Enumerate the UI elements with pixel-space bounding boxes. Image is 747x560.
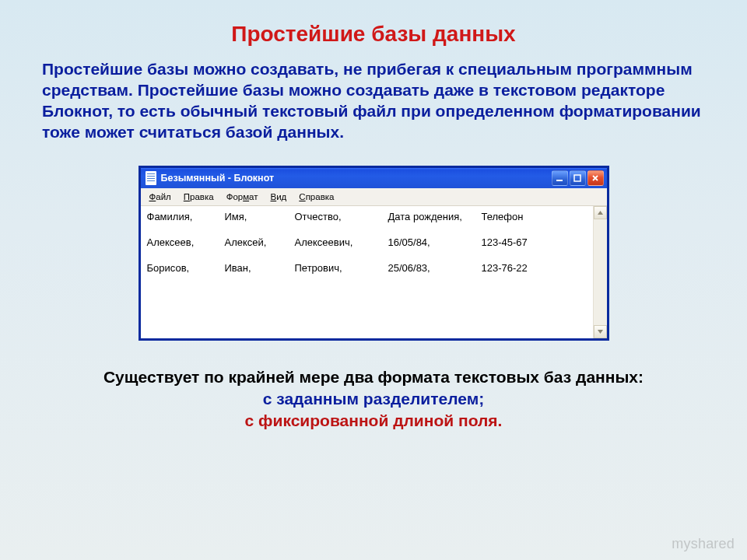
- data-row: Алексеев, Алексей, Алексеевич, 16/05/84,…: [147, 236, 587, 248]
- close-button[interactable]: [587, 170, 604, 186]
- svg-rect-1: [574, 175, 580, 181]
- window-title: Безымянный - Блокнот: [161, 173, 552, 184]
- cell: 123-76-22: [482, 262, 587, 274]
- notepad-body: Фамилия, Имя, Отчество, Дата рождения, Т…: [141, 206, 607, 338]
- menu-file[interactable]: Файл: [144, 191, 177, 203]
- cell: Алексей,: [225, 236, 295, 248]
- slide-intro-text: Простейшие базы можно создавать, не приб…: [42, 59, 705, 143]
- scroll-track[interactable]: [594, 219, 607, 325]
- formats-text: Существует по крайней мере два формата т…: [42, 366, 705, 432]
- col-header: Телефон: [482, 211, 587, 222]
- vertical-scrollbar[interactable]: [593, 206, 607, 338]
- menu-format[interactable]: Формат: [221, 191, 264, 203]
- formats-line2: с фиксированной длиной поля.: [42, 410, 705, 432]
- cell: Иван,: [225, 262, 295, 274]
- text-area[interactable]: Фамилия, Имя, Отчество, Дата рождения, Т…: [141, 206, 593, 338]
- window-titlebar: Безымянный - Блокнот: [141, 168, 607, 188]
- col-header: Имя,: [225, 211, 295, 222]
- col-header: Дата рождения,: [388, 211, 482, 222]
- menu-bar: Файл Правка Формат Вид Справка: [141, 188, 607, 206]
- cell: 16/05/84,: [388, 236, 482, 248]
- header-row: Фамилия, Имя, Отчество, Дата рождения, Т…: [147, 211, 587, 222]
- cell: Борисов,: [147, 262, 225, 274]
- cell: Петрович,: [295, 262, 388, 274]
- cell: Алексеев,: [147, 236, 225, 248]
- formats-line1: с заданным разделителем;: [42, 388, 705, 410]
- menu-help[interactable]: Справка: [293, 191, 339, 203]
- notepad-app-icon: [146, 171, 156, 185]
- minimize-button[interactable]: [552, 170, 568, 186]
- menu-view[interactable]: Вид: [265, 191, 293, 203]
- scroll-down-button[interactable]: [594, 325, 607, 338]
- slide-title: Простейшие базы данных: [42, 22, 705, 47]
- formats-lead: Существует по крайней мере два формата т…: [42, 366, 705, 388]
- col-header: Фамилия,: [147, 211, 225, 222]
- scroll-up-button[interactable]: [594, 206, 607, 219]
- cell: 123-45-67: [482, 236, 587, 248]
- data-row: Борисов, Иван, Петрович, 25/06/83, 123-7…: [147, 262, 587, 274]
- watermark: myshared: [672, 536, 735, 552]
- menu-edit[interactable]: Правка: [178, 191, 219, 203]
- notepad-window: Безымянный - Блокнот Файл Правка: [139, 166, 608, 340]
- maximize-button[interactable]: [570, 170, 586, 186]
- cell: Алексеевич,: [295, 236, 388, 248]
- notepad-screenshot: Безымянный - Блокнот Файл Правка: [42, 166, 705, 340]
- col-header: Отчество,: [295, 211, 388, 222]
- cell: 25/06/83,: [388, 262, 482, 274]
- svg-rect-0: [556, 180, 563, 181]
- window-control-buttons: [552, 170, 604, 186]
